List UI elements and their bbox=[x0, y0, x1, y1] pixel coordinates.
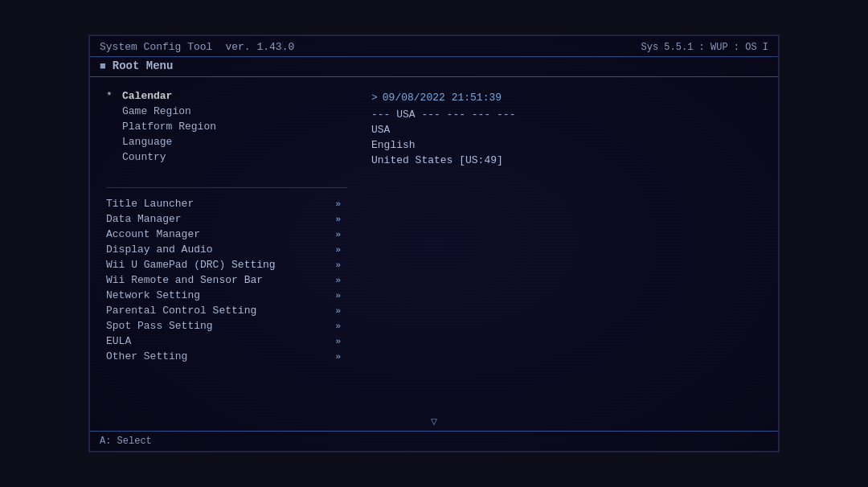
top-bar-left: System Config Tool ver. 1.43.0 bbox=[100, 41, 294, 53]
top-bar: System Config Tool ver. 1.43.0 Sys 5.5.1… bbox=[90, 36, 778, 57]
platform-region-row[interactable]: Platform Region bbox=[106, 119, 347, 134]
root-menu-bar: ■ Root Menu bbox=[90, 57, 778, 77]
menu-item-label: Network Setting bbox=[106, 289, 200, 301]
menu-item[interactable]: Account Manager» bbox=[106, 227, 347, 242]
menu-item-label: Wii Remote and Sensor Bar bbox=[106, 274, 263, 286]
content-area: * Calendar Game Region Platform Region bbox=[90, 77, 778, 434]
menu-item[interactable]: Title Launcher» bbox=[106, 196, 347, 211]
menu-item-label: Data Manager bbox=[106, 213, 182, 225]
game-region-value-row: --- USA --- --- --- --- bbox=[371, 107, 762, 122]
menu-item-arrow: » bbox=[335, 276, 341, 285]
menu-item-label: EULA bbox=[106, 335, 131, 347]
root-menu-icon: ■ bbox=[100, 60, 106, 72]
menu-item-arrow: » bbox=[335, 337, 341, 346]
menu-item-arrow: » bbox=[335, 306, 341, 316]
game-region-value: --- USA --- --- --- --- bbox=[371, 108, 515, 121]
menu-item[interactable]: Spot Pass Setting» bbox=[106, 318, 347, 334]
app-version: ver. 1.43.0 bbox=[225, 41, 294, 53]
menu-item-label: Parental Control Setting bbox=[106, 305, 256, 317]
menu-item[interactable]: Network Setting» bbox=[106, 288, 347, 303]
menu-item[interactable]: Display and Audio» bbox=[106, 242, 347, 257]
menu-item-label: Spot Pass Setting bbox=[106, 320, 213, 332]
country-row[interactable]: Country bbox=[106, 149, 347, 165]
menu-item-arrow: » bbox=[335, 260, 341, 270]
menu-item-label: Title Launcher bbox=[106, 198, 194, 210]
calendar-label: Calendar bbox=[122, 90, 235, 102]
menu-item-arrow: » bbox=[335, 215, 341, 224]
platform-region-value-row: USA bbox=[371, 122, 762, 137]
game-region-row[interactable]: Game Region bbox=[106, 104, 347, 119]
platform-region-label: Platform Region bbox=[122, 121, 235, 133]
system-info: * Calendar Game Region Platform Region bbox=[106, 88, 347, 165]
menu-item[interactable]: Wii U GamePad (DRC) Setting» bbox=[106, 257, 347, 272]
language-value-row: English bbox=[371, 137, 762, 153]
sys-info: Sys 5.5.1 : WUP : OS I bbox=[641, 42, 768, 53]
select-hint: A: Select bbox=[100, 436, 152, 447]
country-value-row: United States [US:49] bbox=[371, 153, 762, 168]
right-column: > 09/08/2022 21:51:39 --- USA --- --- --… bbox=[347, 88, 762, 426]
calendar-row[interactable]: * Calendar bbox=[106, 88, 347, 104]
menu-item-arrow: » bbox=[335, 291, 341, 301]
menu-item[interactable]: Data Manager» bbox=[106, 211, 347, 227]
game-region-label: Game Region bbox=[122, 105, 235, 117]
calendar-arrow: > bbox=[371, 92, 378, 104]
country-value: United States [US:49] bbox=[371, 154, 503, 166]
calendar-star: * bbox=[106, 90, 117, 102]
platform-region-value: USA bbox=[371, 124, 390, 136]
language-value: English bbox=[371, 139, 416, 151]
calendar-value: 09/08/2022 21:51:39 bbox=[383, 92, 502, 104]
root-menu-label: Root Menu bbox=[113, 59, 174, 72]
menu-item-arrow: » bbox=[335, 199, 341, 209]
left-column: * Calendar Game Region Platform Region bbox=[106, 88, 347, 426]
menu-item-arrow: » bbox=[335, 321, 341, 331]
divider bbox=[106, 187, 347, 188]
country-label: Country bbox=[122, 151, 235, 163]
menu-item-arrow: » bbox=[335, 245, 341, 255]
menu-item-label: Wii U GamePad (DRC) Setting bbox=[106, 259, 276, 271]
menu-item[interactable]: Parental Control Setting» bbox=[106, 303, 347, 318]
menu-item[interactable]: Wii Remote and Sensor Bar» bbox=[106, 272, 347, 288]
menu-item-label: Account Manager bbox=[106, 228, 200, 240]
scroll-indicator: ▽ bbox=[431, 415, 437, 428]
menu-item-label: Display and Audio bbox=[106, 244, 213, 256]
tv-frame: System Config Tool ver. 1.43.0 Sys 5.5.1… bbox=[0, 0, 868, 487]
menu-list: Title Launcher»Data Manager»Account Mana… bbox=[106, 196, 347, 364]
menu-item[interactable]: EULA» bbox=[106, 334, 347, 349]
app-title: System Config Tool bbox=[100, 41, 212, 53]
bottom-bar: A: Select bbox=[90, 431, 778, 451]
calendar-value-row: > 09/08/2022 21:51:39 bbox=[371, 90, 762, 105]
menu-item-arrow: » bbox=[335, 230, 341, 239]
menu-item-label: Other Setting bbox=[106, 350, 187, 362]
menu-item-arrow: » bbox=[335, 352, 341, 362]
language-row[interactable]: Language bbox=[106, 134, 347, 149]
language-label: Language bbox=[122, 136, 235, 148]
screen: System Config Tool ver. 1.43.0 Sys 5.5.1… bbox=[88, 35, 780, 452]
menu-item[interactable]: Other Setting» bbox=[106, 349, 347, 364]
